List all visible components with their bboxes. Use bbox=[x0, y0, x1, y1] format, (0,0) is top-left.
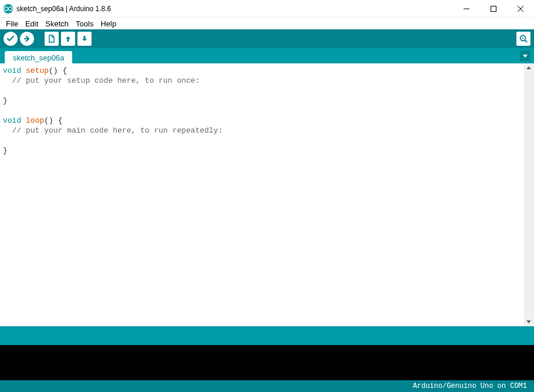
svg-point-2 bbox=[522, 38, 523, 39]
code-keyword: void bbox=[3, 116, 21, 125]
footer-bar: Arduino/Genuino Uno on COM1 bbox=[0, 380, 534, 392]
code-func: setup bbox=[26, 66, 49, 75]
svg-rect-0 bbox=[491, 6, 496, 12]
menu-help[interactable]: Help bbox=[97, 19, 120, 29]
menu-edit[interactable]: Edit bbox=[22, 19, 42, 29]
code-comment: // put your main code here, to run repea… bbox=[3, 126, 222, 135]
window-title: sketch_sep06a | Arduino 1.8.6 bbox=[16, 5, 453, 13]
open-sketch-button[interactable] bbox=[61, 32, 75, 46]
window-titlebar: sketch_sep06a | Arduino 1.8.6 bbox=[0, 0, 534, 18]
window-controls bbox=[453, 0, 534, 17]
toolbar bbox=[0, 29, 534, 48]
code-text: () { bbox=[44, 116, 62, 125]
window-minimize-button[interactable] bbox=[453, 0, 480, 18]
code-comment: // put your setup code here, to run once… bbox=[3, 76, 200, 85]
code-text: } bbox=[3, 96, 8, 105]
status-bar bbox=[0, 326, 534, 345]
code-text: } bbox=[3, 146, 8, 155]
menu-bar: File Edit Sketch Tools Help bbox=[0, 18, 534, 29]
window-close-button[interactable] bbox=[507, 0, 534, 18]
board-port-label: Arduino/Genuino Uno on COM1 bbox=[413, 382, 527, 390]
code-editor[interactable]: void setup() { // put your setup code he… bbox=[0, 63, 524, 326]
tab-bar: sketch_sep06a bbox=[0, 48, 534, 63]
vertical-scrollbar[interactable] bbox=[524, 63, 534, 326]
menu-tools[interactable]: Tools bbox=[72, 19, 97, 29]
tab-menu-button[interactable] bbox=[520, 50, 530, 61]
serial-monitor-button[interactable] bbox=[516, 32, 530, 46]
menu-file[interactable]: File bbox=[2, 19, 22, 29]
verify-button[interactable] bbox=[4, 32, 18, 46]
code-text: () { bbox=[49, 66, 67, 75]
new-sketch-button[interactable] bbox=[45, 32, 59, 46]
editor-area: void setup() { // put your setup code he… bbox=[0, 63, 534, 326]
console-output[interactable] bbox=[0, 345, 534, 380]
menu-sketch[interactable]: Sketch bbox=[42, 19, 72, 29]
window-maximize-button[interactable] bbox=[480, 0, 507, 18]
code-func: loop bbox=[26, 116, 44, 125]
upload-button[interactable] bbox=[20, 32, 34, 46]
tab-active[interactable]: sketch_sep06a bbox=[5, 51, 72, 64]
save-sketch-button[interactable] bbox=[77, 32, 92, 46]
arduino-logo-icon bbox=[4, 4, 13, 13]
code-keyword: void bbox=[3, 66, 21, 75]
